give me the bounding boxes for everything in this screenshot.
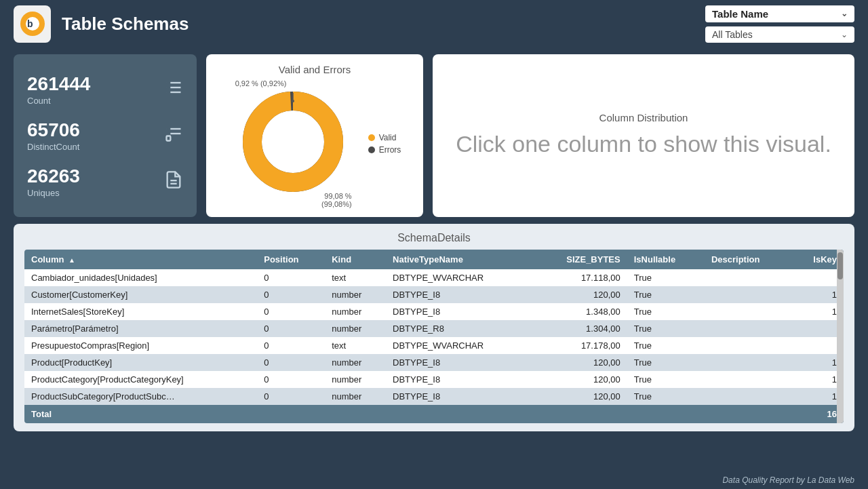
cell-column: ProductCategory[ProductCategoryKey]	[24, 371, 257, 388]
count-stat: 261444 Count	[27, 73, 90, 106]
cell-is-nullable: True	[627, 337, 705, 354]
table-name-label: Table Name	[712, 8, 768, 20]
app-title: Table Schemas	[62, 14, 189, 35]
total-empty-2	[325, 405, 386, 423]
legend-valid: Valid	[368, 133, 401, 142]
cell-is-key	[791, 337, 844, 354]
list-icon	[164, 78, 183, 101]
cell-kind: number	[325, 388, 386, 405]
table-row[interactable]: PresupuestoCompras[Region] 0 text DBTYPE…	[24, 337, 844, 354]
cell-is-key	[791, 269, 844, 286]
scrollbar-thumb[interactable]	[837, 252, 843, 279]
donut-chart-card: Valid and Errors 0,92 % (0,92%)	[206, 54, 423, 217]
table-name-dropdown[interactable]: Table Name ⌄	[705, 5, 854, 22]
all-tables-label: All Tables	[712, 29, 753, 40]
count-label: Count	[27, 96, 90, 106]
cell-native-type: DBTYPE_I8	[386, 286, 532, 303]
cell-is-nullable: True	[627, 388, 705, 405]
document-icon	[164, 170, 183, 193]
legend-errors: Errors	[368, 145, 401, 155]
cell-is-nullable: True	[627, 320, 705, 337]
cell-size-bytes: 17.178,00	[532, 337, 627, 354]
table-row[interactable]: ProductSubCategory[ProductSubc… 0 number…	[24, 388, 844, 405]
total-empty-1	[257, 405, 325, 423]
cell-size-bytes: 120,00	[532, 388, 627, 405]
schema-title: SchemaDetails	[24, 232, 844, 244]
col-header-is-key[interactable]: IsKey	[791, 250, 844, 269]
cell-is-nullable: True	[627, 286, 705, 303]
chevron-down-icon-2: ⌄	[841, 30, 848, 39]
donut-chart: 0,92 % (0,92%) 99,08 %(99,08%)	[229, 81, 357, 203]
cell-is-key: 1	[791, 354, 844, 371]
distinct-count-stat: 65706 DistinctCount	[27, 119, 80, 152]
cell-size-bytes: 120,00	[532, 371, 627, 388]
table-header-row: Column ▲ Position Kind NativeTypeName SI…	[24, 250, 844, 269]
cell-kind: number	[325, 303, 386, 320]
col-header-position[interactable]: Position	[257, 250, 325, 269]
header-dropdowns: Table Name ⌄ All Tables ⌄	[705, 5, 854, 43]
cell-description	[705, 303, 791, 320]
main-content: 261444 Count 65706 DistinctCount	[0, 47, 868, 438]
count-row: 261444 Count	[27, 73, 183, 106]
cell-description	[705, 388, 791, 405]
cell-column: Customer[CustomerKey]	[24, 286, 257, 303]
cell-kind: number	[325, 371, 386, 388]
col-header-description[interactable]: Description	[705, 250, 791, 269]
cell-description	[705, 337, 791, 354]
svg-rect-13	[167, 136, 171, 141]
count-value: 261444	[27, 73, 90, 95]
cell-description	[705, 269, 791, 286]
table-row[interactable]: Product[ProductKey] 0 number DBTYPE_I8 1…	[24, 354, 844, 371]
cell-description	[705, 320, 791, 337]
total-value: 16	[791, 405, 844, 423]
footer: Data Quality Report by La Data Web	[722, 475, 854, 485]
table-row[interactable]: Parámetro[Parámetro] 0 number DBTYPE_R8 …	[24, 320, 844, 337]
cell-is-key: 1	[791, 286, 844, 303]
cell-position: 0	[257, 320, 325, 337]
cell-is-key: 1	[791, 388, 844, 405]
cell-position: 0	[257, 303, 325, 320]
cell-column: ProductSubCategory[ProductSubc…	[24, 388, 257, 405]
cell-is-nullable: True	[627, 269, 705, 286]
cell-native-type: DBTYPE_R8	[386, 320, 532, 337]
table-row[interactable]: Cambiador_unidades[Unidades] 0 text DBTY…	[24, 269, 844, 286]
donut-label-top: 0,92 % (0,92%)	[235, 79, 287, 87]
cell-native-type: DBTYPE_I8	[386, 354, 532, 371]
scrollbar[interactable]	[837, 250, 844, 423]
total-label: Total	[24, 405, 257, 423]
cell-native-type: DBTYPE_WVARCHAR	[386, 269, 532, 286]
cell-position: 0	[257, 388, 325, 405]
total-empty-3	[386, 405, 532, 423]
chart-legend: Valid Errors	[368, 133, 401, 155]
cell-is-nullable: True	[627, 354, 705, 371]
cell-position: 0	[257, 286, 325, 303]
col-header-kind[interactable]: Kind	[325, 250, 386, 269]
cell-description	[705, 371, 791, 388]
valid-label: Valid	[379, 133, 397, 142]
col-header-is-nullable[interactable]: IsNullable	[627, 250, 705, 269]
table-row[interactable]: Customer[CustomerKey] 0 number DBTYPE_I8…	[24, 286, 844, 303]
schema-table: Column ▲ Position Kind NativeTypeName SI…	[24, 250, 844, 423]
cell-description	[705, 354, 791, 371]
column-distribution-card: Column Distribution Click one column to …	[433, 54, 854, 217]
sort-arrow-icon: ▲	[68, 256, 75, 264]
col-header-column[interactable]: Column ▲	[24, 250, 257, 269]
cell-column: Parámetro[Parámetro]	[24, 320, 257, 337]
cell-is-nullable: True	[627, 371, 705, 388]
footer-text: Data Quality Report by La Data Web	[722, 475, 854, 485]
cell-column: Cambiador_unidades[Unidades]	[24, 269, 257, 286]
cell-is-key: 1	[791, 371, 844, 388]
cell-native-type: DBTYPE_I8	[386, 371, 532, 388]
all-tables-dropdown[interactable]: All Tables ⌄	[705, 26, 854, 43]
table-row[interactable]: InternetSales[StoreKey] 0 number DBTYPE_…	[24, 303, 844, 320]
table-row[interactable]: ProductCategory[ProductCategoryKey] 0 nu…	[24, 371, 844, 388]
col-header-native-type[interactable]: NativeTypeName	[386, 250, 532, 269]
logo: b	[14, 5, 51, 43]
svg-point-17	[252, 101, 334, 182]
cell-native-type: DBTYPE_WVARCHAR	[386, 337, 532, 354]
col-header-size-bytes[interactable]: SIZE_BYTES	[532, 250, 627, 269]
total-row: Total 16	[24, 405, 844, 423]
distinct-count-row: 65706 DistinctCount	[27, 119, 183, 152]
cell-native-type: DBTYPE_I8	[386, 303, 532, 320]
column-dist-placeholder: Click one column to show this visual.	[456, 129, 831, 159]
